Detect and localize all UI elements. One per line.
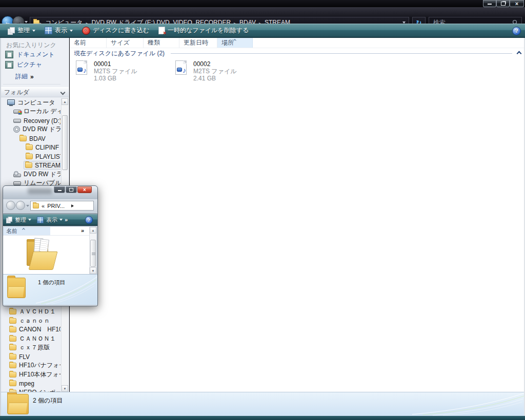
views-button[interactable]: 表示 bbox=[40, 25, 77, 37]
mini-nav-dropdown-icon[interactable] bbox=[26, 205, 29, 207]
scroll-thumb[interactable] bbox=[62, 115, 68, 170]
tree-item-dvd-drive-2[interactable]: DVD RW ドライブ bbox=[0, 170, 60, 179]
tree-item-canon[interactable]: ｃａｎｏｎ bbox=[0, 317, 60, 325]
scroll-down-button[interactable]: ▼ bbox=[90, 267, 96, 274]
burn-button[interactable]: ディスクに書き込む bbox=[77, 25, 154, 37]
tree-item-avchd1[interactable]: ＡＶＣＨＤ１ bbox=[0, 307, 60, 316]
file-tile-00002[interactable]: ♪ 00002 M2TS ファイル 2.41 GB bbox=[175, 60, 236, 82]
restore-button[interactable] bbox=[496, 0, 510, 7]
column-header-name[interactable]: 名前 bbox=[70, 38, 107, 48]
file-tile-00001[interactable]: ♪ 00001 M2TS ファイル 1.03 GB bbox=[76, 60, 137, 82]
mini-maximize-button[interactable] bbox=[66, 186, 77, 193]
collapse-group-icon[interactable] bbox=[517, 51, 522, 56]
glass-blur-artifact bbox=[28, 188, 52, 194]
tree-item-flv[interactable]: FLV bbox=[0, 352, 60, 361]
column-label: 名前 bbox=[6, 227, 17, 235]
tree-item-cx7[interactable]: ｃｘ７原版 bbox=[0, 343, 60, 352]
mini-views-button[interactable]: 表示 bbox=[46, 216, 57, 224]
close-icon: × bbox=[515, 1, 518, 6]
mini-scrollbar[interactable]: ▲ ▼ bbox=[89, 227, 96, 274]
tree-item-local-disk[interactable]: ローカル ディスク (C:) bbox=[0, 107, 60, 116]
breadcrumb-overflow-icon[interactable]: « bbox=[42, 203, 45, 209]
details-link[interactable]: 詳細 » bbox=[15, 72, 34, 81]
folder-icon bbox=[7, 278, 26, 298]
delete-temp-files-button[interactable]: 一時的なファイルを削除する bbox=[154, 25, 253, 37]
tree-item-mpeg[interactable]: mpeg bbox=[0, 379, 60, 388]
tree-item-hf10-pana[interactable]: HF10パナフォーマット bbox=[0, 361, 60, 370]
toolbar-overflow-button[interactable]: » bbox=[65, 217, 68, 223]
mini-column-header-name[interactable]: 名前 bbox=[3, 227, 50, 235]
tree-item-playlist[interactable]: PLAYLIST bbox=[0, 152, 60, 161]
tree-item-recovery[interactable]: Recovery (D:) bbox=[0, 116, 60, 125]
mini-forward-button[interactable] bbox=[16, 201, 25, 210]
mini-help-button[interactable]: ? bbox=[85, 216, 93, 223]
favorite-label: ドキュメント bbox=[17, 50, 55, 59]
favorite-link-pictures[interactable]: ピクチャ bbox=[5, 60, 42, 69]
folder-icon bbox=[25, 162, 32, 168]
organize-button[interactable]: 整理 bbox=[3, 25, 40, 37]
recent-pages-dropdown-icon[interactable] bbox=[25, 21, 28, 23]
mini-title-bar[interactable]: × bbox=[3, 186, 97, 199]
file-size: 2.41 GB bbox=[193, 75, 236, 82]
scroll-up-button[interactable]: ▲ bbox=[90, 227, 96, 234]
help-button[interactable]: ? bbox=[512, 27, 521, 35]
tree-item-canon-hf10-soft[interactable]: CANON HF10ソフト bbox=[0, 325, 60, 334]
tree-item-canon1[interactable]: ＣＡＮＯＮ１ bbox=[0, 334, 60, 343]
mini-toolbar: 整理 表示 » ? bbox=[3, 214, 97, 226]
folder-icon bbox=[33, 203, 39, 208]
views-icon bbox=[45, 27, 52, 34]
organize-label: 整理 bbox=[17, 26, 30, 35]
tree-item-stream[interactable]: STREAM bbox=[0, 161, 60, 170]
mini-close-button[interactable]: × bbox=[77, 186, 92, 193]
scroll-thumb[interactable] bbox=[90, 240, 96, 267]
tree-item-label: CLIPINF bbox=[35, 144, 59, 151]
file-size: 1.03 GB bbox=[94, 75, 137, 82]
folders-band[interactable]: フォルダ bbox=[0, 87, 69, 97]
delete-temp-label: 一時的なファイルを削除する bbox=[168, 26, 249, 35]
tree-item-clipinf[interactable]: CLIPINF bbox=[0, 143, 60, 152]
column-header-filler bbox=[253, 38, 525, 48]
folder-icon bbox=[9, 327, 16, 332]
tree-item-computer[interactable]: コンピュータ bbox=[0, 98, 60, 107]
file-type: M2TS ファイル bbox=[193, 68, 236, 75]
pictures-icon bbox=[5, 61, 13, 69]
tree-item-label: ＡＶＣＨＤ１ bbox=[19, 307, 56, 316]
minimize-button[interactable] bbox=[483, 0, 496, 7]
bdmv-folder-item[interactable] bbox=[26, 237, 60, 271]
column-header-type[interactable]: 種類 bbox=[144, 38, 179, 48]
scroll-down-button[interactable]: ▼ bbox=[62, 385, 68, 392]
tree-item-dvd-drive-e[interactable]: DVD RW ドライブ (E:) bbox=[0, 125, 60, 134]
open-folder-front bbox=[29, 251, 58, 270]
mini-breadcrumb[interactable]: « PRIV... bbox=[30, 201, 94, 211]
tree-item-hf10-hontai[interactable]: HF10本体フォーマット bbox=[0, 370, 60, 379]
column-header-location[interactable]: 場所 bbox=[217, 38, 253, 48]
header-overflow-button[interactable]: » bbox=[81, 227, 84, 234]
favorite-links-header: お気に入りリンク bbox=[6, 41, 56, 50]
media-player-glyph bbox=[177, 68, 182, 72]
folder-icon bbox=[9, 354, 16, 360]
tree-item-bdav[interactable]: BDAV bbox=[0, 134, 60, 143]
maximize-icon bbox=[69, 188, 73, 192]
tree-item-nero-import[interactable]: NEROインポート用 bbox=[0, 388, 60, 392]
delete-file-icon bbox=[158, 27, 165, 34]
breadcrumb-arrow-icon bbox=[71, 204, 74, 207]
explorer-window: × ← → コンピュータ DVD RW ドライブ (E:) DVD_VIDEO_… bbox=[0, 0, 525, 420]
drive-icon bbox=[13, 181, 21, 185]
thumb-grip bbox=[92, 253, 95, 253]
mini-organize-button[interactable]: 整理 bbox=[15, 216, 26, 224]
tree-item-label: NEROインポート用 bbox=[19, 388, 60, 392]
favorite-link-documents[interactable]: ドキュメント bbox=[5, 50, 55, 59]
folder-icon bbox=[19, 136, 27, 141]
details-label: 詳細 bbox=[15, 72, 28, 81]
mini-minimize-button[interactable] bbox=[54, 186, 65, 193]
column-header-modified[interactable]: 更新日時 bbox=[179, 38, 217, 48]
chevron-down-icon bbox=[59, 219, 63, 221]
mini-back-button[interactable] bbox=[6, 201, 15, 210]
mini-breadcrumb-item[interactable]: PRIV... bbox=[47, 203, 65, 209]
mini-explorer-window[interactable]: × « PRIV... 整理 表示 » ? 名前 » bbox=[3, 185, 98, 306]
dvd-disc-icon bbox=[13, 126, 20, 133]
scroll-up-button[interactable]: ▲ bbox=[62, 98, 68, 105]
close-button[interactable]: × bbox=[510, 0, 524, 7]
thumb-grip bbox=[92, 255, 95, 255]
column-header-size[interactable]: サイズ bbox=[107, 38, 144, 48]
